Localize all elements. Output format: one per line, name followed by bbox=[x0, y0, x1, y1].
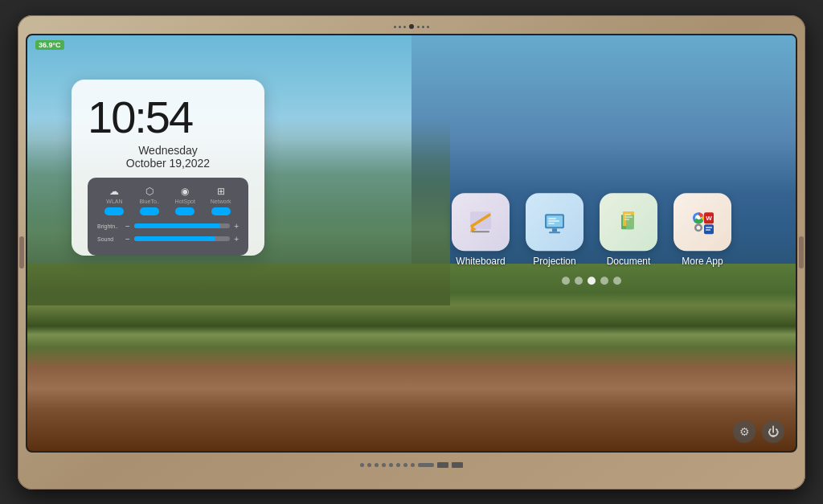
clock-day: Wednesday bbox=[88, 144, 248, 157]
sound-fill bbox=[134, 236, 215, 241]
svg-rect-17 bbox=[624, 219, 629, 220]
temperature-badge: 36.9°C bbox=[35, 40, 64, 50]
brightness-track[interactable] bbox=[134, 223, 230, 228]
hotspot-toggle-bar bbox=[175, 207, 194, 215]
moreapp-label: More App bbox=[682, 256, 723, 267]
app-moreapp[interactable]: W More App bbox=[674, 193, 731, 267]
left-handle bbox=[19, 236, 24, 268]
sound-track[interactable] bbox=[134, 236, 230, 241]
whiteboard-label: Whiteboard bbox=[456, 256, 505, 267]
hotspot-label: HotSpot bbox=[175, 199, 195, 204]
right-handle bbox=[799, 236, 804, 268]
bezel-rect bbox=[418, 463, 434, 467]
bezel-btn-3 bbox=[375, 463, 379, 467]
mic-dots bbox=[394, 26, 406, 28]
svg-rect-9 bbox=[548, 220, 559, 222]
sound-minus[interactable]: − bbox=[125, 235, 130, 244]
bluetooth-icon: ⬡ bbox=[145, 186, 154, 197]
projection-svg bbox=[538, 205, 571, 239]
moreapp-icon-box: W bbox=[674, 193, 731, 251]
brightness-label: Brightn.. bbox=[97, 223, 121, 229]
bezel-btn-8 bbox=[411, 463, 415, 467]
mic-dots-right bbox=[417, 26, 429, 28]
svg-rect-16 bbox=[624, 216, 633, 218]
bezel-btn-5 bbox=[389, 463, 393, 467]
apps-row: Whiteboard Project bbox=[452, 193, 731, 267]
bottom-toolbar: ⚙ ⏻ bbox=[733, 420, 784, 443]
whiteboard-svg bbox=[464, 205, 497, 239]
bezel-usb-1 bbox=[437, 462, 448, 468]
clock-time: 10:54 bbox=[88, 92, 248, 142]
wlan-toggle-bar bbox=[104, 207, 124, 215]
bezel-btn-7 bbox=[403, 463, 407, 467]
hotspot-toggle[interactable]: ◉ HotSpot bbox=[175, 186, 195, 215]
bluetooth-toggle[interactable]: ⬡ BlueTo.. bbox=[139, 186, 159, 215]
network-icon: ⊞ bbox=[217, 186, 225, 197]
page-dot-4 bbox=[600, 277, 608, 285]
camera-dot bbox=[409, 24, 414, 29]
pagination-dots bbox=[562, 277, 621, 285]
svg-rect-26 bbox=[706, 229, 710, 231]
network-toggle[interactable]: ⊞ Network bbox=[211, 186, 231, 215]
svg-text:W: W bbox=[706, 215, 712, 222]
wlan-label: WLAN bbox=[106, 199, 122, 204]
wlan-toggle[interactable]: ☁ WLAN bbox=[104, 186, 124, 215]
projection-icon-box bbox=[526, 193, 583, 251]
network-toggle-bar bbox=[211, 207, 231, 215]
bezel-btn-6 bbox=[396, 463, 400, 467]
svg-rect-3 bbox=[472, 231, 489, 232]
app-document[interactable]: Document bbox=[600, 193, 657, 267]
svg-rect-6 bbox=[552, 228, 557, 232]
bluetooth-label: BlueTo.. bbox=[139, 199, 159, 204]
tv-bottom-bezel bbox=[24, 456, 799, 474]
screen: 36.9°C 10:54 Wednesday October 19,2022 ☁… bbox=[26, 34, 797, 453]
clock-widget[interactable]: 10:54 Wednesday October 19,2022 ☁ WLAN ⬡… bbox=[72, 80, 264, 256]
bezel-btn-4 bbox=[382, 463, 386, 467]
tv-device: 36.9°C 10:54 Wednesday October 19,2022 ☁… bbox=[18, 15, 805, 490]
bluetooth-toggle-bar bbox=[140, 207, 159, 215]
sound-plus[interactable]: + bbox=[234, 235, 239, 244]
settings-button[interactable]: ⚙ bbox=[733, 420, 755, 443]
page-dot-1 bbox=[562, 277, 570, 285]
whiteboard-icon-box bbox=[452, 193, 510, 251]
sound-label: Sound bbox=[97, 236, 121, 242]
brightness-slider-row: Brightn.. − + bbox=[97, 222, 239, 231]
wlan-icon: ☁ bbox=[109, 186, 119, 197]
tv-top-bar bbox=[24, 22, 799, 33]
hotspot-icon: ◉ bbox=[181, 186, 189, 197]
document-label: Document bbox=[607, 256, 651, 267]
page-dot-2 bbox=[575, 277, 583, 285]
moreapp-svg: W bbox=[686, 205, 719, 239]
bezel-btn-1 bbox=[360, 463, 364, 467]
brightness-minus[interactable]: − bbox=[125, 222, 130, 231]
status-bar: 36.9°C bbox=[35, 40, 64, 50]
power-button[interactable]: ⏻ bbox=[762, 420, 784, 443]
network-icons-row: ☁ WLAN ⬡ BlueTo.. ◉ HotSpot bbox=[97, 186, 239, 215]
svg-rect-15 bbox=[624, 214, 631, 215]
brightness-plus[interactable]: + bbox=[234, 222, 239, 231]
sound-slider-row: Sound − + bbox=[97, 235, 239, 244]
document-icon-box bbox=[600, 193, 657, 251]
network-label: Network bbox=[211, 199, 231, 204]
bezel-btn-2 bbox=[367, 463, 371, 467]
app-whiteboard[interactable]: Whiteboard bbox=[452, 193, 510, 267]
apps-grid: Whiteboard Project bbox=[452, 193, 731, 285]
bezel-usb-2 bbox=[452, 462, 463, 468]
svg-point-23 bbox=[697, 225, 701, 229]
page-dot-3 bbox=[588, 277, 596, 285]
clock-date: October 19,2022 bbox=[88, 157, 248, 170]
svg-rect-25 bbox=[706, 227, 712, 228]
svg-rect-24 bbox=[704, 224, 714, 234]
document-svg bbox=[612, 205, 645, 239]
svg-rect-8 bbox=[548, 218, 556, 219]
svg-rect-10 bbox=[548, 223, 555, 224]
brightness-fill bbox=[134, 223, 220, 228]
app-projection[interactable]: Projection bbox=[526, 193, 583, 267]
svg-rect-7 bbox=[549, 232, 560, 233]
projection-label: Projection bbox=[533, 256, 575, 267]
controls-panel: ☁ WLAN ⬡ BlueTo.. ◉ HotSpot bbox=[88, 178, 248, 256]
page-dot-5 bbox=[613, 277, 621, 285]
